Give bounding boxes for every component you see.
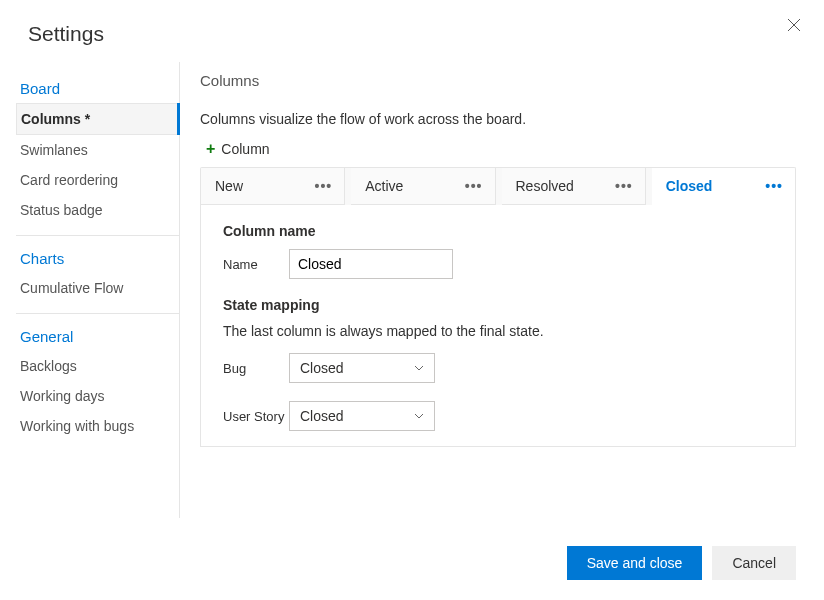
settings-sidebar: Board Columns * Swimlanes Card reorderin… bbox=[16, 62, 180, 518]
plus-icon: + bbox=[206, 142, 215, 156]
tab-label: Active bbox=[365, 178, 403, 194]
sidebar-item-working-days[interactable]: Working days bbox=[16, 381, 179, 411]
tab-closed[interactable]: Closed ••• bbox=[652, 168, 795, 205]
state-mapping-bug-select[interactable]: Closed bbox=[289, 353, 435, 383]
more-icon[interactable]: ••• bbox=[765, 178, 783, 194]
save-and-close-button[interactable]: Save and close bbox=[567, 546, 703, 580]
state-mapping-subtext: The last column is always mapped to the … bbox=[223, 323, 773, 339]
sidebar-section-board[interactable]: Board bbox=[16, 72, 179, 103]
sidebar-item-status-badge[interactable]: Status badge bbox=[16, 195, 179, 225]
sidebar-item-swimlanes[interactable]: Swimlanes bbox=[16, 135, 179, 165]
state-mapping-bug-label: Bug bbox=[223, 361, 289, 376]
add-column-button[interactable]: + Column bbox=[200, 137, 796, 167]
state-mapping-heading: State mapping bbox=[223, 297, 773, 313]
tab-new[interactable]: New ••• bbox=[201, 168, 345, 205]
select-value: Closed bbox=[300, 360, 344, 376]
chevron-down-icon bbox=[414, 411, 424, 421]
column-name-heading: Column name bbox=[223, 223, 773, 239]
close-button[interactable] bbox=[786, 18, 802, 34]
select-value: Closed bbox=[300, 408, 344, 424]
more-icon[interactable]: ••• bbox=[615, 178, 633, 194]
chevron-down-icon bbox=[414, 363, 424, 373]
sidebar-item-backlogs[interactable]: Backlogs bbox=[16, 351, 179, 381]
sidebar-section-general[interactable]: General bbox=[16, 320, 179, 351]
column-name-label: Name bbox=[223, 257, 289, 272]
column-name-input[interactable] bbox=[289, 249, 453, 279]
sidebar-item-working-with-bugs[interactable]: Working with bugs bbox=[16, 411, 179, 441]
main-description: Columns visualize the flow of work acros… bbox=[200, 111, 796, 127]
tab-resolved[interactable]: Resolved ••• bbox=[502, 168, 646, 205]
state-mapping-userstory-select[interactable]: Closed bbox=[289, 401, 435, 431]
dialog-title: Settings bbox=[28, 22, 796, 46]
more-icon[interactable]: ••• bbox=[465, 178, 483, 194]
add-column-label: Column bbox=[221, 141, 269, 157]
close-icon bbox=[787, 18, 801, 35]
tab-label: Resolved bbox=[516, 178, 574, 194]
more-icon[interactable]: ••• bbox=[315, 178, 333, 194]
sidebar-section-charts[interactable]: Charts bbox=[16, 242, 179, 273]
cancel-button[interactable]: Cancel bbox=[712, 546, 796, 580]
sidebar-item-cumulative-flow[interactable]: Cumulative Flow bbox=[16, 273, 179, 303]
tab-label: New bbox=[215, 178, 243, 194]
tab-label: Closed bbox=[666, 178, 713, 194]
sidebar-item-columns[interactable]: Columns * bbox=[16, 103, 179, 135]
tab-active[interactable]: Active ••• bbox=[351, 168, 495, 205]
column-settings-panel[interactable]: Column name Name State mapping The last … bbox=[201, 205, 795, 446]
main-title: Columns bbox=[200, 72, 796, 89]
sidebar-item-card-reordering[interactable]: Card reordering bbox=[16, 165, 179, 195]
state-mapping-userstory-label: User Story bbox=[223, 409, 289, 424]
column-tabs: New ••• Active ••• Resolved ••• Closed •… bbox=[200, 167, 796, 205]
